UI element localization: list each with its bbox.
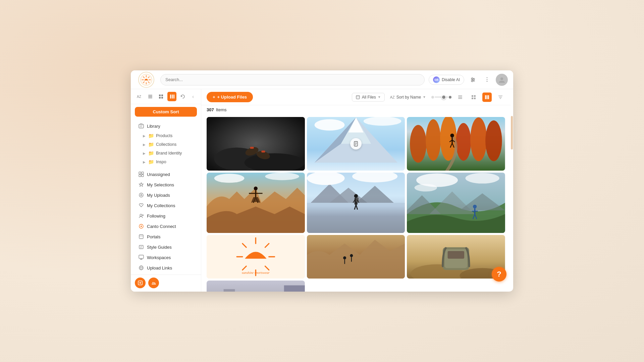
style-guides-label: Style Guides [147,245,172,250]
portals-label: Portals [147,234,160,239]
sidebar-item-my-uploads[interactable]: My Uploads [133,190,199,200]
sidebar-item-workspaces[interactable]: Workspaces [133,252,199,262]
svg-rect-23 [161,97,163,99]
upload-files-button[interactable]: + + Upload Files [207,92,253,102]
sidebar-item-unassigned[interactable]: Unassigned [133,169,199,179]
style-guides-icon [138,244,144,250]
list-view-button[interactable] [146,92,154,101]
chevron-right-icon: ▶ [143,152,146,155]
sidebar-bottom-button-2[interactable] [148,278,159,288]
sidebar-item-library[interactable]: Library [133,121,199,131]
top-bar-actions: SB Disable AI ⋮ [429,74,508,86]
sidebar-item-portals[interactable]: Portals [133,232,199,242]
portals-icon [138,234,144,240]
items-count: 307 [207,107,214,112]
grid-item[interactable] [407,173,505,233]
logo-area [136,72,156,88]
svg-rect-24 [170,95,171,99]
more-options-button[interactable]: ⋮ [482,74,492,85]
user-avatar[interactable] [496,74,508,86]
sidebar-item-my-collections[interactable]: My Collections [133,200,199,210]
items-bar: 307 Items [201,105,511,114]
sort-az-button[interactable]: AZ [135,92,144,101]
folder-icon: 📁 [148,133,154,138]
sidebar: AZ [131,89,201,292]
grid-item[interactable] [307,117,405,171]
view-list-button[interactable] [455,93,465,102]
custom-sort-button[interactable]: Custom Sort [135,107,197,117]
sidebar-item-style-guides[interactable]: Style Guides [133,242,199,252]
svg-rect-20 [159,95,161,96]
svg-rect-64 [485,95,486,99]
sidebar-bottom-button-1[interactable] [135,278,146,288]
svg-rect-62 [472,98,473,99]
svg-rect-59 [458,98,462,99]
refresh-button[interactable] [178,92,187,101]
svg-point-15 [500,77,503,80]
sidebar-bottom [131,275,201,291]
collections-label: Collections [156,142,176,147]
my-collections-label: My Collections [147,203,175,208]
sidebar-item-brand-identity[interactable]: ▶ 📁 Brand Identity [131,149,201,158]
svg-point-36 [140,214,142,216]
sidebar-item-upload-links[interactable]: Upload Links [133,263,199,273]
items-label: Items [216,107,227,112]
disable-ai-button[interactable]: SB Disable AI [429,75,464,85]
grid-item[interactable] [407,117,505,171]
nav-section-main: Unassigned My Selections [131,168,201,275]
workspaces-icon [138,254,144,260]
search-input[interactable] [160,74,425,85]
sort-button[interactable]: AZ Sort by Name ▼ [389,93,427,101]
settings-icon-button[interactable] [468,74,478,85]
svg-rect-17 [148,95,152,96]
slider-thumb [441,95,446,100]
svg-rect-27 [139,124,144,128]
grid-item[interactable] [307,173,405,233]
sidebar-toolbar: AZ [131,89,201,104]
grid-item[interactable] [207,173,305,233]
library-label: Library [147,124,160,129]
content-area: + + Upload Files All Files ▼ AZ Sort by … [201,89,511,292]
grid-item[interactable] [207,117,305,171]
grid-view-button[interactable] [157,92,165,101]
all-files-button[interactable]: All Files ▼ [352,93,385,102]
svg-rect-22 [159,97,161,99]
my-uploads-icon [138,192,144,198]
grid-item[interactable]: sunshine sportswear [207,235,305,279]
svg-rect-25 [172,95,173,99]
help-button[interactable]: ? [492,267,506,282]
svg-rect-18 [148,96,152,97]
svg-rect-33 [142,175,144,177]
svg-rect-60 [472,95,473,97]
zoom-slider[interactable] [431,96,451,99]
scrollbar-thumb[interactable] [511,116,513,149]
sidebar-item-products[interactable]: ▶ 📁 Products [131,131,201,140]
canto-connect-label: Canto Connect [147,224,176,229]
sidebar-item-collections[interactable]: ▶ 📁 Collections [131,140,201,149]
my-selections-icon [138,182,144,188]
brand-identity-label: Brand Identity [156,151,182,156]
grid-item[interactable] [307,235,405,279]
inspo-label: Inspo [156,160,166,164]
grid-item[interactable] [407,235,505,279]
svg-rect-43 [139,245,143,249]
canto-connect-icon [138,223,144,229]
filter-button[interactable] [496,93,505,102]
products-label: Products [156,133,172,138]
upload-links-icon [138,265,144,271]
upload-files-label: + Upload Files [217,95,247,100]
svg-rect-55 [356,96,360,99]
sidebar-item-my-selections[interactable]: My Selections [133,180,199,190]
sidebar-item-following[interactable]: Following [133,211,199,221]
grid-item[interactable] [207,281,305,292]
sidebar-item-canto-connect[interactable]: Canto Connect [133,221,199,231]
app-logo [138,72,154,88]
workspaces-label: Workspaces [147,255,171,260]
active-view-button[interactable] [167,92,176,101]
library-icon [138,123,144,129]
view-grid-button[interactable] [469,93,478,102]
sidebar-collapse-button[interactable]: ‹ [189,93,197,101]
sidebar-item-inspo[interactable]: ▶ 📁 Inspo [131,158,201,166]
svg-point-13 [473,79,474,80]
view-masonry-button[interactable] [482,93,492,102]
